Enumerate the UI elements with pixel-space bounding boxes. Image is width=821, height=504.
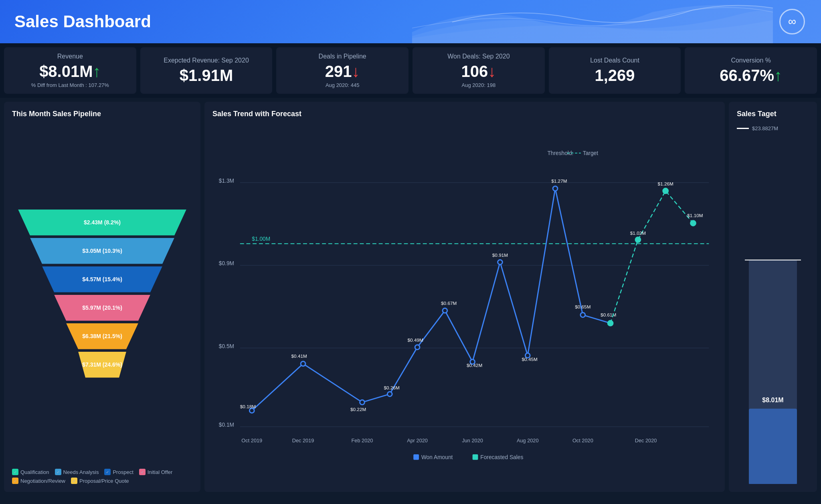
funnel-segment: $5.97M (20.1%) — [54, 295, 150, 321]
target-panel: Sales Taget $23.8827M $8.01M — [729, 102, 817, 492]
kpi-deals-pipeline-sub: Aug 2020: 445 — [326, 82, 360, 88]
header-logo: ∞ — [779, 9, 805, 34]
target-bar-bg: $8.01M — [749, 260, 797, 484]
kpi-row: Revenue $8.01M↑ % Diff from Last Month :… — [0, 43, 821, 98]
svg-point-24 — [387, 392, 392, 397]
funnel-segment: $3.05M (10.3%) — [30, 238, 174, 264]
trend-chart-svg: Threshold: Target $1.3M $0.9M $0.5M $0.1… — [212, 125, 717, 484]
svg-text:Dec 2019: Dec 2019 — [292, 437, 314, 444]
kpi-revenue-sub: % Diff from Last Month : 107.27% — [31, 82, 109, 88]
svg-text:$1.02M: $1.02M — [630, 230, 646, 236]
kpi-lost-deals-value: 1,269 — [595, 67, 635, 85]
funnel-title: This Month Sales Pipeline — [12, 110, 192, 118]
legend-item: ✓ Proposal/Price Quote — [71, 478, 129, 484]
funnel-segment: $6.38M (21.5%) — [66, 323, 138, 349]
legend-label: Proposal/Price Quote — [79, 478, 129, 484]
funnel-panel: This Month Sales Pipeline $2.43M (8.2%)$… — [4, 102, 200, 492]
kpi-conversion-value: 66.67%↑ — [720, 67, 782, 85]
svg-text:$1.26M: $1.26M — [658, 181, 673, 186]
legend-label: Negotiation/Review — [20, 478, 65, 484]
svg-point-45 — [608, 321, 613, 326]
kpi-conversion: Conversion % 66.67%↑ — [685, 47, 817, 94]
svg-text:$0.41M: $0.41M — [291, 353, 307, 359]
svg-text:Aug 2020: Aug 2020 — [517, 437, 539, 444]
legend-item: ✓ Qualification — [12, 469, 49, 475]
svg-point-31 — [580, 312, 585, 317]
legend-label: Prospect — [113, 469, 133, 475]
svg-point-47 — [663, 188, 668, 194]
legend-color: ✓ — [12, 469, 18, 475]
svg-point-28 — [498, 260, 503, 264]
chart-title: Sales Trend with Forecast — [212, 110, 717, 118]
svg-text:$0.1M: $0.1M — [219, 422, 234, 428]
kpi-won-deals-value: 106↓ — [461, 62, 496, 81]
svg-text:$0.26M: $0.26M — [384, 385, 400, 390]
svg-text:$1.10M: $1.10M — [687, 213, 703, 218]
legend-color: ✓ — [55, 469, 61, 475]
kpi-lost-deals: Lost Deals Count 1,269 — [549, 47, 681, 94]
svg-text:$0.42M: $0.42M — [467, 363, 482, 368]
svg-point-25 — [415, 345, 420, 350]
svg-text:$0.18M: $0.18M — [240, 404, 256, 409]
svg-text:Jun 2020: Jun 2020 — [462, 437, 483, 444]
target-value: $23.8827M — [752, 125, 778, 131]
svg-text:Threshold:: Threshold: — [547, 150, 573, 156]
page-title: Sales Dashboard — [14, 12, 151, 31]
svg-text:$0.45M: $0.45M — [522, 357, 538, 362]
target-legend: $23.8827M — [737, 125, 809, 131]
svg-text:Feb 2020: Feb 2020 — [351, 437, 373, 444]
header: Sales Dashboard ∞ — [0, 0, 821, 43]
kpi-expected-revenue: Exepcted Revenue: Sep 2020 $1.91M — [140, 47, 273, 94]
legend-item: ✓ Needs Analysis — [55, 469, 99, 475]
legend-label: Qualification — [20, 469, 49, 475]
svg-point-48 — [690, 220, 696, 226]
svg-text:$0.9M: $0.9M — [219, 260, 234, 266]
kpi-deals-pipeline-value: 291↓ — [325, 62, 360, 81]
legend-color: ✓ — [71, 478, 77, 484]
svg-text:Dec 2020: Dec 2020 — [635, 437, 657, 444]
svg-text:$1.00M: $1.00M — [252, 236, 270, 242]
legend-color: ✓ — [12, 478, 18, 484]
svg-text:$1.3M: $1.3M — [219, 178, 234, 184]
funnel-legend: ✓ Qualification ✓ Needs Analysis ✓ Prosp… — [12, 469, 192, 484]
target-achieved-value: $8.01M — [762, 397, 783, 404]
svg-point-22 — [301, 361, 305, 366]
svg-text:$0.61M: $0.61M — [601, 312, 616, 317]
kpi-revenue-value: $8.01M↑ — [39, 62, 101, 81]
chart-panel: Sales Trend with Forecast Threshold: Tar… — [204, 102, 725, 492]
svg-point-30 — [553, 186, 558, 191]
kpi-revenue: Revenue $8.01M↑ % Diff from Last Month :… — [4, 47, 136, 94]
svg-text:$1.27M: $1.27M — [551, 178, 567, 183]
target-bar-area: $8.01M — [737, 135, 809, 484]
kpi-deals-pipeline: Deals in Pipeline 291↓ Aug 2020: 445 — [276, 47, 408, 94]
main-content: This Month Sales Pipeline $2.43M (8.2%)$… — [0, 98, 821, 496]
svg-text:Oct 2019: Oct 2019 — [241, 437, 262, 444]
funnel-segment: $2.43M (8.2%) — [18, 210, 186, 236]
svg-text:Forecasted Sales: Forecasted Sales — [480, 454, 523, 460]
svg-text:$0.5M: $0.5M — [219, 343, 234, 349]
svg-text:$0.91M: $0.91M — [492, 252, 508, 258]
kpi-revenue-label: Revenue — [57, 53, 83, 60]
legend-item: ✓ Initial Offer — [139, 469, 173, 475]
target-line-indicator — [737, 128, 749, 129]
kpi-won-deals-sub: Aug 2020: 198 — [462, 82, 496, 88]
target-achieved-bar: $8.01M — [749, 409, 797, 484]
svg-text:Target: Target — [583, 150, 598, 156]
svg-text:$0.22M: $0.22M — [350, 407, 366, 412]
svg-point-46 — [635, 237, 641, 242]
svg-point-23 — [360, 400, 365, 405]
chart-area: Threshold: Target $1.3M $0.9M $0.5M $0.1… — [212, 125, 717, 484]
svg-text:Oct 2020: Oct 2020 — [572, 437, 593, 444]
svg-text:Won Amount: Won Amount — [421, 454, 453, 460]
svg-text:$0.49M: $0.49M — [408, 337, 423, 343]
header-wave — [412, 0, 773, 43]
svg-rect-52 — [413, 454, 419, 460]
kpi-lost-deals-label: Lost Deals Count — [590, 57, 639, 64]
legend-color: ✓ — [139, 469, 146, 475]
legend-label: Needs Analysis — [63, 469, 99, 475]
svg-text:Apr 2020: Apr 2020 — [407, 437, 428, 444]
funnel-segment: $7.31M (24.6%) — [78, 352, 126, 378]
svg-rect-54 — [473, 454, 478, 460]
legend-label: Initial Offer — [148, 469, 173, 475]
svg-text:$0.65M: $0.65M — [575, 304, 590, 309]
